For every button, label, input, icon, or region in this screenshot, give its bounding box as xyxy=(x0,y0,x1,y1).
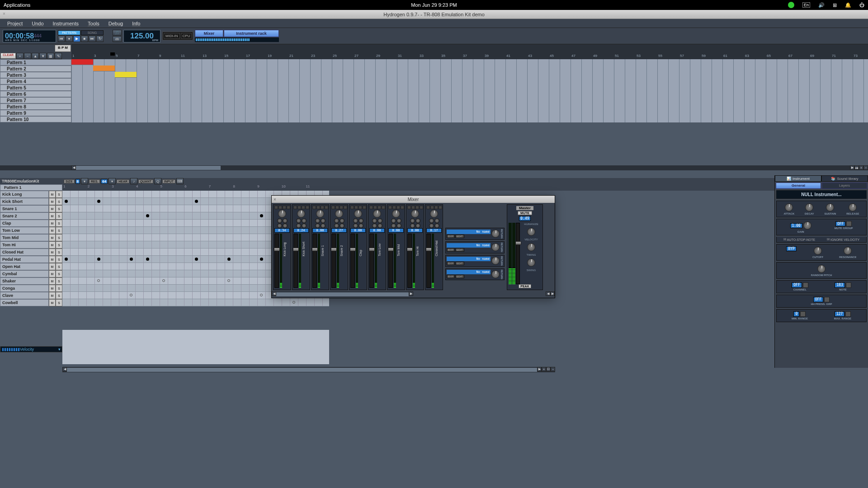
ch-mute-button[interactable] xyxy=(392,206,396,209)
fx-name-field[interactable]: No name xyxy=(447,257,491,261)
solo-button[interactable]: S xyxy=(56,198,62,205)
ch-mute-button[interactable] xyxy=(430,206,434,209)
pattern-track[interactable] xyxy=(71,78,868,84)
swing-knob[interactable] xyxy=(527,258,535,267)
mode-pattern-button[interactable]: PATTERN xyxy=(58,30,80,35)
solo-button[interactable]: S xyxy=(56,220,62,227)
hh-group-field[interactable]: OFF xyxy=(813,297,823,302)
channel-fader[interactable] xyxy=(369,234,374,288)
channel-fader[interactable] xyxy=(274,234,279,288)
solo-button[interactable]: S xyxy=(56,285,62,292)
ch-mute-button[interactable] xyxy=(316,206,320,209)
rack-subtab-layers[interactable]: Layers xyxy=(822,183,867,189)
pattern-track[interactable] xyxy=(71,97,868,103)
instrument-label[interactable]: Clap xyxy=(0,220,49,227)
fx3-send-knob[interactable] xyxy=(429,223,434,228)
instrument-label[interactable]: Tom Mid xyxy=(0,234,49,241)
fx2-send-knob[interactable] xyxy=(321,218,326,223)
input-toggle[interactable]: ⌨ xyxy=(176,178,184,184)
mute-button[interactable]: M xyxy=(49,249,56,256)
menu-tools[interactable]: Tools xyxy=(83,21,104,26)
max-range-stepper[interactable] xyxy=(845,311,851,317)
ch-mute-button[interactable] xyxy=(354,206,358,209)
play-button[interactable]: ▶ xyxy=(73,36,80,42)
select-mode-button[interactable]: ▦ xyxy=(47,53,54,59)
pe-scroll-right[interactable]: ▶ xyxy=(537,367,542,371)
pattern-label[interactable]: Pattern 3 xyxy=(0,72,71,78)
ch-play-button[interactable] xyxy=(388,206,392,209)
ch-solo-button[interactable] xyxy=(434,206,438,209)
solo-button[interactable]: S xyxy=(56,263,62,270)
hear-toggle[interactable]: ♪ xyxy=(130,178,137,184)
ch-mute-button[interactable] xyxy=(278,206,282,209)
fx1-send-knob[interactable] xyxy=(315,218,320,223)
mode-song-button[interactable]: SONG xyxy=(81,30,104,35)
mixer-scroll-right[interactable]: ▶ xyxy=(409,291,413,296)
mixer-scroll-left[interactable]: ◀ xyxy=(272,291,276,296)
fx3-send-knob[interactable] xyxy=(296,223,301,228)
instrument-label[interactable]: Snare 2 xyxy=(0,212,49,220)
pattern-label[interactable]: Pattern 4 xyxy=(0,78,71,84)
channel-stepper[interactable] xyxy=(803,282,808,288)
gain-knob[interactable] xyxy=(803,221,811,230)
ch-select-button[interactable] xyxy=(306,206,309,209)
ffwd-button[interactable]: ⏭ xyxy=(89,36,96,42)
velocity-grid[interactable] xyxy=(62,330,329,364)
fx2-send-knob[interactable] xyxy=(359,218,363,223)
fx-edit-button[interactable]: EDIT xyxy=(455,235,464,238)
ch-solo-button[interactable] xyxy=(321,206,324,209)
solo-button[interactable]: S xyxy=(56,227,62,234)
solo-button[interactable]: S xyxy=(56,270,62,277)
fx-return-knob[interactable] xyxy=(491,243,500,251)
fx-edit-button[interactable]: EDIT xyxy=(455,248,464,252)
ch-select-button[interactable] xyxy=(363,206,366,209)
size-dropdown[interactable]: ▾ xyxy=(81,178,88,184)
pattern-track[interactable] xyxy=(71,91,868,97)
fx3-send-knob[interactable] xyxy=(410,223,415,228)
pattern-track[interactable] xyxy=(71,66,868,72)
ch-solo-button[interactable] xyxy=(340,206,343,209)
fx2-send-knob[interactable] xyxy=(377,218,382,223)
scroll-end-button[interactable]: ⏭ xyxy=(854,165,859,170)
instrument-label[interactable]: Shaker xyxy=(0,277,49,285)
bpm-timeline-button[interactable]: B P M xyxy=(55,45,71,52)
note-grid-row[interactable] xyxy=(62,299,329,306)
power-icon[interactable]: ⏻ xyxy=(859,2,864,8)
ch-play-button[interactable] xyxy=(274,206,278,209)
pan-knob[interactable] xyxy=(335,210,343,218)
instrument-label[interactable]: Closed Hat xyxy=(0,249,49,256)
channel-fader[interactable] xyxy=(407,234,412,288)
fx1-send-knob[interactable] xyxy=(372,218,377,223)
mute-button[interactable]: M xyxy=(49,292,56,299)
solo-button[interactable]: S xyxy=(56,212,62,220)
fx-return-knob[interactable] xyxy=(491,230,500,238)
fx3-send-knob[interactable] xyxy=(372,223,377,228)
max-range-field[interactable]: 127 xyxy=(835,311,844,317)
pattern-label[interactable]: Pattern 7 xyxy=(0,97,71,103)
peak-button[interactable]: PEAK xyxy=(519,284,531,288)
master-mute-button[interactable]: MUTE xyxy=(518,211,532,215)
solo-button[interactable]: S xyxy=(56,191,62,198)
rack-subtab-general[interactable]: General xyxy=(776,183,821,189)
mute-button[interactable]: M xyxy=(49,234,56,241)
solo-button[interactable]: S xyxy=(56,277,62,285)
ch-mute-button[interactable] xyxy=(411,206,415,209)
volume-icon[interactable]: 🔊 xyxy=(818,2,825,8)
instrument-label[interactable]: Kick Long xyxy=(0,191,49,198)
fx1-send-knob[interactable] xyxy=(277,218,282,223)
solo-button[interactable]: S xyxy=(56,234,62,241)
min-range-stepper[interactable] xyxy=(800,311,806,317)
solo-button[interactable]: S xyxy=(56,205,62,212)
hh-stepper[interactable] xyxy=(824,297,830,302)
fx4-send-knob[interactable] xyxy=(359,223,363,228)
pan-knob[interactable] xyxy=(316,210,324,218)
menu-undo[interactable]: Undo xyxy=(27,21,48,26)
rack-tab-instrument[interactable]: 📊Instrument xyxy=(775,175,821,182)
instrument-label[interactable]: Pedal Hat xyxy=(0,256,49,263)
fx3-send-knob[interactable] xyxy=(277,223,282,228)
zoom-in-button[interactable]: + xyxy=(859,165,863,170)
attack-knob[interactable] xyxy=(785,203,793,211)
release-knob[interactable] xyxy=(849,203,857,211)
resonance-knob[interactable] xyxy=(844,247,852,255)
move-up-button[interactable]: ▲ xyxy=(32,53,39,59)
